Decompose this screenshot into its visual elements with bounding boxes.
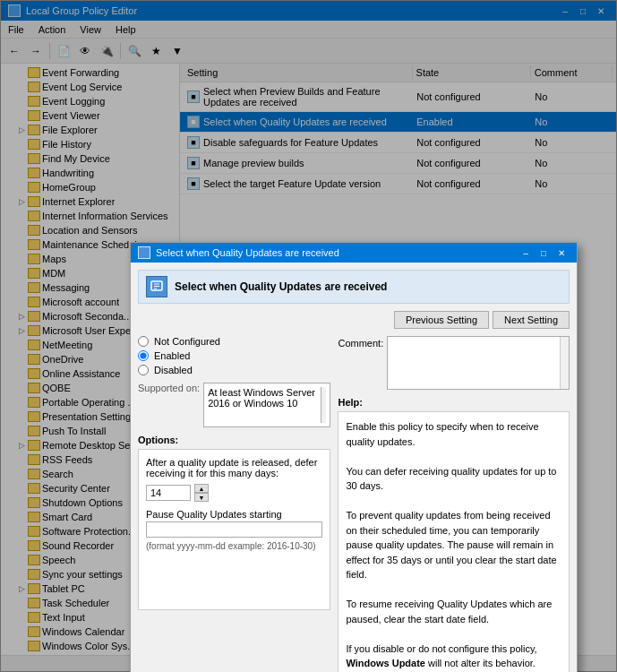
not-configured-label: Not Configured	[154, 336, 220, 347]
radio-enabled: Enabled	[138, 350, 330, 361]
modal-title-bar: Select when Quality Updates are received…	[131, 243, 577, 263]
modal-overlay: Select when Quality Updates are received…	[0, 0, 617, 672]
help-section: Enable this policy to specify when to re…	[338, 411, 570, 672]
pause-label: Pause Quality Updates starting	[146, 509, 322, 520]
modal-header-icon	[146, 276, 167, 297]
modal-content: Select when Quality Updates are received…	[131, 263, 577, 672]
help-para-3: To prevent quality updates from being re…	[346, 508, 561, 582]
radio-group: Not Configured Enabled Disabled	[138, 336, 330, 375]
supported-label: Supported on:	[138, 383, 200, 393]
not-configured-radio[interactable]	[138, 336, 149, 347]
enabled-radio[interactable]	[138, 350, 149, 361]
enabled-label: Enabled	[154, 350, 190, 361]
comment-area: Comment:	[338, 336, 570, 390]
modal-right-panel: Comment: Help: Enable this policy to spe…	[338, 336, 570, 672]
help-para-4: To resume receiving Quality Updates whic…	[346, 597, 561, 626]
modal-restore-button[interactable]: □	[536, 246, 552, 259]
defer-spinner: ▲ ▼	[194, 484, 209, 502]
supported-value: At least Windows Server 2016 or Windows …	[208, 387, 321, 409]
defer-input-row: ▲ ▼	[146, 484, 322, 502]
modal-body: Not Configured Enabled Disabled	[138, 336, 570, 672]
modal-controls: – □ ✕	[518, 246, 570, 259]
modal-left-panel: Not Configured Enabled Disabled	[138, 336, 330, 672]
options-section-title: Options:	[138, 435, 330, 445]
defer-text: After a quality update is released, defe…	[146, 457, 322, 478]
modal-minimize-button[interactable]: –	[518, 246, 534, 259]
help-para-1: Enable this policy to specify when to re…	[346, 419, 561, 449]
help-section-title: Help:	[338, 397, 570, 408]
modal-nav: Previous Setting Next Setting	[138, 311, 570, 329]
defer-up-button[interactable]: ▲	[194, 484, 209, 493]
modal-close-button[interactable]: ✕	[553, 246, 570, 259]
pause-format-hint: (format yyyy-mm-dd example: 2016-10-30)	[146, 541, 322, 551]
modal-header-title: Select when Quality Updates are received	[175, 280, 387, 293]
modal-header-bar: Select when Quality Updates are received	[138, 270, 570, 304]
pause-date-input[interactable]	[146, 521, 322, 538]
disabled-radio[interactable]	[138, 365, 149, 375]
modal-title: Select when Quality Updates are received	[156, 247, 339, 258]
comment-label: Comment:	[338, 336, 383, 349]
defer-days-input[interactable]	[146, 485, 191, 501]
next-setting-button[interactable]: Next Setting	[493, 311, 570, 329]
defer-down-button[interactable]: ▼	[194, 493, 209, 502]
help-para-5: If you disable or do not configure this …	[346, 642, 561, 671]
prev-setting-button[interactable]: Previous Setting	[394, 311, 489, 329]
radio-not-configured: Not Configured	[138, 336, 330, 347]
comment-textarea[interactable]	[388, 337, 560, 389]
help-para-2: You can defer receiving quality updates …	[346, 464, 561, 494]
options-section: After a quality update is released, defe…	[138, 449, 330, 610]
modal-icon	[138, 246, 150, 259]
radio-disabled: Disabled	[138, 365, 330, 375]
disabled-label: Disabled	[154, 365, 193, 375]
modal-dialog: Select when Quality Updates are received…	[130, 242, 578, 672]
supported-row: Supported on: At least Windows Server 20…	[138, 383, 330, 427]
